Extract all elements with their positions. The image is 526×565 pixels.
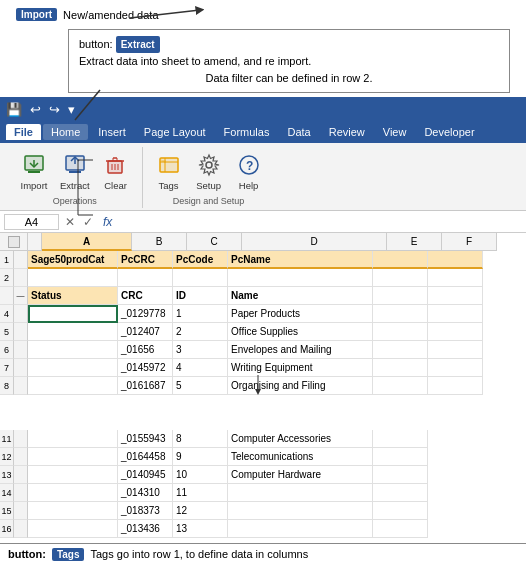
col-header-E[interactable]: E <box>387 233 442 251</box>
cell-A12[interactable] <box>28 448 118 466</box>
menu-item-view[interactable]: View <box>375 124 415 140</box>
menu-item-pagelayout[interactable]: Page Layout <box>136 124 214 140</box>
collapse-icon[interactable]: — <box>17 291 25 300</box>
extract-button[interactable]: Extract <box>56 149 94 193</box>
cell-E15[interactable] <box>373 502 428 520</box>
menu-item-developer[interactable]: Developer <box>416 124 482 140</box>
cell-E6[interactable] <box>373 341 428 359</box>
cell-A7[interactable] <box>28 359 118 377</box>
cell-B5[interactable]: _012407 <box>118 323 173 341</box>
cell-A11[interactable] <box>28 430 118 448</box>
tags-button[interactable]: tag Tags <box>151 149 187 193</box>
cell-reference[interactable] <box>4 214 59 230</box>
cell-C1[interactable]: PcCode <box>173 251 228 269</box>
cell-D3[interactable]: Name <box>228 287 373 305</box>
cell-E14[interactable] <box>373 484 428 502</box>
cell-B6[interactable]: _01656 <box>118 341 173 359</box>
cell-D13[interactable]: Computer Hardware <box>228 466 373 484</box>
setup-button[interactable]: Setup <box>191 149 227 193</box>
cell-D7[interactable]: Writing Equipment <box>228 359 373 377</box>
cell-C11[interactable]: 8 <box>173 430 228 448</box>
cell-F5[interactable] <box>428 323 483 341</box>
cell-E1[interactable] <box>373 251 428 269</box>
cell-D12[interactable]: Telecomunications <box>228 448 373 466</box>
cell-C13[interactable]: 10 <box>173 466 228 484</box>
cell-F3[interactable] <box>428 287 483 305</box>
col-header-D[interactable]: D <box>242 233 387 251</box>
cell-F4[interactable] <box>428 305 483 323</box>
cell-D5[interactable]: Office Supplies <box>228 323 373 341</box>
cell-D14[interactable] <box>228 484 373 502</box>
menu-item-data[interactable]: Data <box>279 124 318 140</box>
cell-C5[interactable]: 2 <box>173 323 228 341</box>
cell-B12[interactable]: _0164458 <box>118 448 173 466</box>
cell-D8[interactable]: Organising and Filing <box>228 377 373 395</box>
cell-D16[interactable] <box>228 520 373 538</box>
col-header-F[interactable]: F <box>442 233 497 251</box>
cell-E7[interactable] <box>373 359 428 377</box>
cell-A13[interactable] <box>28 466 118 484</box>
cell-E4[interactable] <box>373 305 428 323</box>
cell-F6[interactable] <box>428 341 483 359</box>
cell-C6[interactable]: 3 <box>173 341 228 359</box>
cell-A1[interactable]: Sage50prodCat <box>28 251 118 269</box>
cell-A6[interactable] <box>28 341 118 359</box>
cell-E13[interactable] <box>373 466 428 484</box>
cell-F1[interactable] <box>428 251 483 269</box>
cell-B14[interactable]: _014310 <box>118 484 173 502</box>
cell-C2[interactable] <box>173 269 228 287</box>
cell-D11[interactable]: Computer Accessories <box>228 430 373 448</box>
cell-A14[interactable] <box>28 484 118 502</box>
cell-E12[interactable] <box>373 448 428 466</box>
cell-A4-selected[interactable] <box>28 305 118 323</box>
cell-C12[interactable]: 9 <box>173 448 228 466</box>
menu-item-home[interactable]: Home <box>43 124 88 140</box>
cell-E11[interactable] <box>373 430 428 448</box>
help-button[interactable]: ? Help <box>231 149 267 193</box>
customize-icon[interactable]: ▾ <box>68 102 75 117</box>
cell-A5[interactable] <box>28 323 118 341</box>
cell-B15[interactable]: _018373 <box>118 502 173 520</box>
save-icon[interactable]: 💾 <box>6 102 22 117</box>
col-header-A[interactable]: A <box>42 233 132 251</box>
cell-B3[interactable]: CRC <box>118 287 173 305</box>
cell-B16[interactable]: _013436 <box>118 520 173 538</box>
cell-E3[interactable] <box>373 287 428 305</box>
cell-F8[interactable] <box>428 377 483 395</box>
cell-C4[interactable]: 1 <box>173 305 228 323</box>
cell-D6[interactable]: Envelopes and Mailing <box>228 341 373 359</box>
menu-item-formulas[interactable]: Formulas <box>216 124 278 140</box>
cell-E5[interactable] <box>373 323 428 341</box>
menu-item-review[interactable]: Review <box>321 124 373 140</box>
undo-icon[interactable]: ↩ <box>30 102 41 117</box>
cell-C15[interactable]: 12 <box>173 502 228 520</box>
cell-A8[interactable] <box>28 377 118 395</box>
cell-C14[interactable]: 11 <box>173 484 228 502</box>
cell-D15[interactable] <box>228 502 373 520</box>
cell-D4[interactable]: Paper Products <box>228 305 373 323</box>
formula-input[interactable] <box>120 216 522 228</box>
cell-C8[interactable]: 5 <box>173 377 228 395</box>
cell-E8[interactable] <box>373 377 428 395</box>
cell-B1[interactable]: PcCRC <box>118 251 173 269</box>
cell-A3[interactable]: Status <box>28 287 118 305</box>
cell-B11[interactable]: _0155943 <box>118 430 173 448</box>
redo-icon[interactable]: ↪ <box>49 102 60 117</box>
cell-F2[interactable] <box>428 269 483 287</box>
cell-C3[interactable]: ID <box>173 287 228 305</box>
formula-confirm-icon[interactable]: ✓ <box>81 215 95 229</box>
menu-item-file[interactable]: File <box>6 124 41 140</box>
formula-cancel-icon[interactable]: ✕ <box>63 215 77 229</box>
col-header-C[interactable]: C <box>187 233 242 251</box>
select-all-btn[interactable] <box>8 236 20 248</box>
cell-B2[interactable] <box>118 269 173 287</box>
cell-A15[interactable] <box>28 502 118 520</box>
cell-A2[interactable] <box>28 269 118 287</box>
cell-E2[interactable] <box>373 269 428 287</box>
cell-E16[interactable] <box>373 520 428 538</box>
menu-item-insert[interactable]: Insert <box>90 124 134 140</box>
cell-B7[interactable]: _0145972 <box>118 359 173 377</box>
cell-D2[interactable] <box>228 269 373 287</box>
cell-D1[interactable]: PcName <box>228 251 373 269</box>
clear-button[interactable]: Clear <box>98 149 134 193</box>
